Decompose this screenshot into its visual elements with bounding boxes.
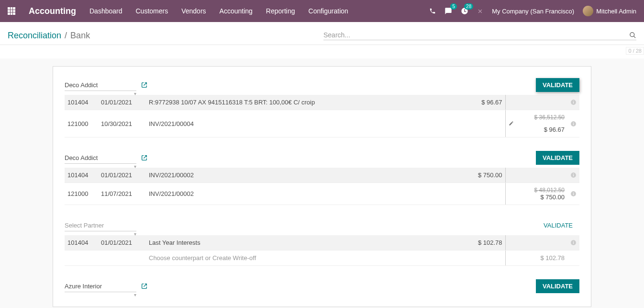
breadcrumb: Reconciliation / Bank: [8, 31, 323, 41]
reconciliation-header: Deco Addict▾Validate: [65, 78, 579, 92]
search-input[interactable]: [323, 31, 625, 39]
apps-menu-button[interactable]: [8, 7, 21, 15]
pencil-icon[interactable]: [509, 121, 565, 126]
svg-rect-3: [573, 102, 574, 103]
cell-writeoff: [505, 235, 567, 251]
cell-account: 121000: [65, 110, 98, 137]
reconciliation-block: Select Partner▾Validate10140401/01/2021L…: [53, 218, 591, 266]
reconciliation-header: Select Partner▾Validate: [65, 218, 579, 232]
svg-rect-13: [573, 192, 574, 193]
menu-configuration[interactable]: Configuration: [309, 7, 348, 15]
reconciliation-block: Deco Addict▾Validate10140401/01/2021R:97…: [53, 78, 591, 137]
svg-rect-16: [573, 241, 574, 241]
svg-rect-12: [573, 193, 574, 195]
menu-reporting[interactable]: Reporting: [266, 7, 295, 15]
cell-amount: $ 750.00: [462, 168, 505, 183]
partner-select[interactable]: Deco Addict: [65, 80, 136, 91]
progress-counter: 0 / 28: [626, 47, 644, 55]
search-icon[interactable]: [629, 32, 636, 39]
cell-date: 10/30/2021: [98, 110, 146, 137]
external-link-icon[interactable]: [141, 155, 147, 161]
validate-button[interactable]: Validate: [536, 78, 579, 92]
partner-select[interactable]: Azure Interior: [65, 281, 136, 292]
menu-accounting[interactable]: Accounting: [220, 7, 253, 15]
menu-dashboard[interactable]: Dashboard: [89, 7, 122, 15]
reconciliation-block: Deco Addict▾Validate10140401/01/2021INV/…: [53, 151, 591, 205]
partner-select[interactable]: Deco Addict: [65, 152, 136, 164]
cell-amount: [462, 183, 505, 205]
info-icon[interactable]: [570, 99, 577, 105]
subheader: Reconciliation / Bank: [0, 22, 644, 45]
svg-rect-4: [573, 101, 574, 101]
reconciliation-table: 10140401/01/2021INV/2021/00002$ 750.0012…: [65, 168, 579, 205]
cell-date: 01/01/2021: [98, 95, 146, 110]
phone-icon[interactable]: [429, 8, 436, 14]
external-link-icon[interactable]: [141, 82, 147, 88]
external-link-icon[interactable]: [141, 283, 147, 289]
info-icon[interactable]: [570, 172, 577, 178]
cell-writeoff: $ 102.78: [505, 251, 567, 266]
reconciliation-table: 10140401/01/2021R:9772938 10/07 AX 94151…: [65, 95, 579, 137]
menu-vendors[interactable]: Vendors: [181, 7, 206, 15]
cell-account: 121000: [65, 183, 98, 205]
svg-rect-9: [573, 174, 574, 176]
reconciliation-card: Deco Addict▾Validate10140401/01/2021R:97…: [53, 66, 591, 307]
reconciliation-table: 10140401/01/2021Last Year Interests$ 102…: [65, 235, 579, 266]
cell-description: R:9772938 10/07 AX 9415116318 T:5 BRT: 1…: [146, 95, 462, 110]
info-icon[interactable]: [570, 191, 577, 197]
svg-rect-7: [573, 122, 574, 123]
breadcrumb-root[interactable]: Reconciliation: [8, 31, 61, 40]
reconciliation-header: Azure Interior▾Validate: [65, 279, 579, 293]
search-bar[interactable]: [323, 31, 636, 40]
table-row[interactable]: 10140401/01/2021INV/2021/00002$ 750.00: [65, 168, 579, 183]
cell-writeoff: [505, 95, 567, 110]
svg-point-0: [630, 32, 634, 36]
cell-description: INV/2021/00002: [146, 183, 462, 205]
validate-button[interactable]: Validate: [537, 218, 579, 232]
messaging-badge: 5: [450, 3, 457, 10]
validate-button[interactable]: Validate: [536, 151, 579, 165]
cell-date: 11/07/2021: [98, 183, 146, 205]
messaging-icon[interactable]: 5: [444, 7, 452, 15]
table-row[interactable]: 10140401/01/2021Last Year Interests$ 102…: [65, 235, 579, 251]
cell-account: 101404: [65, 95, 98, 110]
chevron-down-icon: ▾: [134, 292, 136, 297]
table-row[interactable]: Choose counterpart or Create Write-off$ …: [65, 251, 579, 266]
cell-amount: $ 102.78: [462, 235, 505, 251]
cell-info: [567, 183, 579, 205]
cell-writeoff: $ 48,012.50$ 750.00: [505, 183, 567, 205]
breadcrumb-current: Bank: [70, 31, 90, 40]
user-menu[interactable]: Mitchell Admin: [583, 6, 636, 16]
cell-description: INV/2021/00004: [146, 110, 462, 137]
progress-counter-row: 0 / 28: [0, 45, 644, 58]
cell-description: Choose counterpart or Create Write-off: [146, 251, 462, 266]
activity-badge: 28: [464, 3, 473, 10]
user-name: Mitchell Admin: [596, 8, 636, 15]
table-row[interactable]: 10140401/01/2021R:9772938 10/07 AX 94151…: [65, 95, 579, 110]
info-icon[interactable]: [570, 121, 577, 127]
cell-date: 01/01/2021: [98, 168, 146, 183]
activity-icon[interactable]: 28: [461, 7, 468, 15]
cell-account: [65, 251, 98, 266]
company-selector[interactable]: My Company (San Francisco): [492, 8, 574, 15]
svg-rect-10: [573, 173, 574, 174]
cell-account: 101404: [65, 235, 98, 251]
reconciliation-header: Deco Addict▾Validate: [65, 151, 579, 165]
user-avatar-icon: [583, 6, 593, 16]
close-tray-icon[interactable]: [477, 8, 483, 14]
table-row[interactable]: 12100011/07/2021INV/2021/00002$ 48,012.5…: [65, 183, 579, 205]
cell-writeoff: $ 36,512.50$ 96.67: [505, 110, 567, 137]
partner-select[interactable]: Select Partner: [65, 220, 136, 231]
validate-button[interactable]: Validate: [536, 279, 579, 293]
cell-description: Last Year Interests: [146, 235, 462, 251]
main-menu: Dashboard Customers Vendors Accounting R…: [89, 7, 429, 15]
menu-customers[interactable]: Customers: [136, 7, 168, 15]
table-row[interactable]: 12100010/30/2021INV/2021/00004$ 36,512.5…: [65, 110, 579, 137]
cell-info: [567, 235, 579, 251]
cell-date: [98, 251, 146, 266]
cell-info: [567, 110, 579, 137]
apps-grid-icon: [8, 7, 15, 15]
app-brand[interactable]: Accounting: [29, 6, 76, 16]
svg-rect-6: [573, 123, 574, 125]
info-icon[interactable]: [570, 240, 577, 246]
